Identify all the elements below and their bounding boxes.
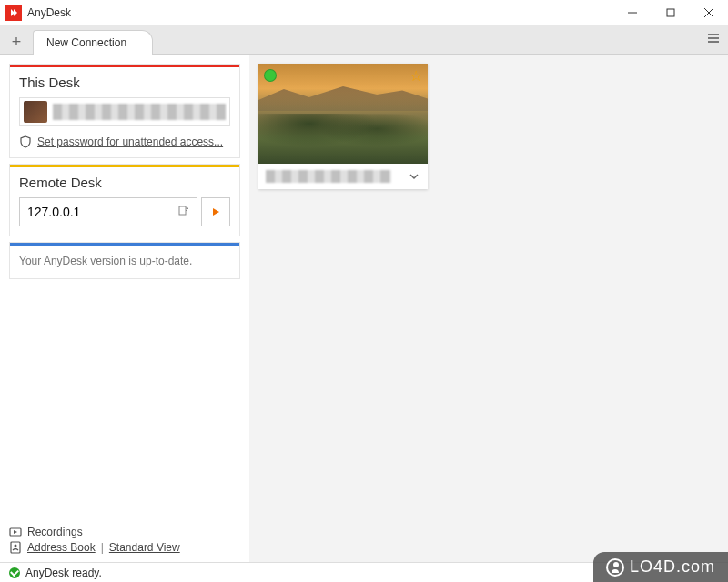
shield-icon bbox=[19, 135, 32, 148]
tab-new-connection[interactable]: New Connection bbox=[33, 30, 153, 55]
svg-rect-1 bbox=[667, 9, 674, 16]
close-button[interactable] bbox=[690, 0, 728, 25]
svg-rect-9 bbox=[11, 542, 20, 553]
new-tab-button[interactable]: + bbox=[4, 30, 29, 54]
hamburger-menu-button[interactable] bbox=[706, 31, 721, 48]
this-desk-id bbox=[53, 104, 226, 120]
address-book-icon bbox=[9, 541, 22, 554]
watermark-icon bbox=[606, 558, 624, 577]
paste-icon[interactable] bbox=[177, 205, 189, 220]
favorite-star-icon[interactable]: ☆ bbox=[410, 67, 422, 85]
watermark: LO4D.com bbox=[593, 552, 728, 582]
status-ok-icon bbox=[9, 567, 20, 578]
this-desk-panel: This Desk Set password for unattended ac… bbox=[9, 64, 240, 158]
tile-thumbnail: ☆ bbox=[258, 64, 428, 164]
set-password-row: Set password for unattended access... bbox=[19, 135, 230, 148]
address-book-link[interactable]: Address Book bbox=[27, 541, 96, 554]
recent-connections-area: ☆ bbox=[249, 55, 728, 562]
set-password-link[interactable]: Set password for unattended access... bbox=[37, 135, 223, 148]
bottom-links: Recordings Address Book | Standard View bbox=[9, 523, 240, 557]
remote-address-field[interactable] bbox=[19, 197, 197, 226]
separator: | bbox=[101, 541, 104, 554]
remote-desk-title: Remote Desk bbox=[19, 175, 230, 190]
this-desk-title: This Desk bbox=[19, 75, 230, 90]
recent-connection-tile[interactable]: ☆ bbox=[258, 64, 428, 189]
update-status-text: Your AnyDesk version is up-to-date. bbox=[19, 253, 230, 269]
connect-button[interactable] bbox=[201, 197, 230, 226]
maximize-button[interactable] bbox=[652, 0, 690, 25]
standard-view-link[interactable]: Standard View bbox=[109, 541, 180, 554]
app-title: AnyDesk bbox=[27, 6, 613, 19]
update-panel: Your AnyDesk version is up-to-date. bbox=[9, 242, 240, 279]
main-area: This Desk Set password for unattended ac… bbox=[0, 55, 728, 562]
remote-desk-panel: Remote Desk bbox=[9, 164, 240, 236]
recordings-link[interactable]: Recordings bbox=[27, 526, 83, 538]
window-controls bbox=[613, 0, 728, 25]
app-logo-icon bbox=[5, 5, 22, 21]
user-avatar-icon bbox=[24, 101, 47, 123]
tile-label bbox=[258, 170, 399, 183]
remote-address-input[interactable] bbox=[27, 205, 177, 219]
this-desk-address[interactable] bbox=[19, 97, 230, 126]
titlebar: AnyDesk bbox=[0, 0, 728, 25]
svg-point-10 bbox=[15, 545, 17, 547]
recordings-icon bbox=[9, 526, 22, 538]
sidebar: This Desk Set password for unattended ac… bbox=[0, 55, 249, 562]
svg-rect-7 bbox=[179, 206, 186, 215]
online-status-icon bbox=[264, 69, 277, 82]
tabbar: + New Connection bbox=[0, 25, 728, 55]
status-text: AnyDesk ready. bbox=[25, 567, 102, 579]
minimize-button[interactable] bbox=[613, 0, 652, 25]
tile-menu-button[interactable] bbox=[399, 164, 428, 189]
watermark-text: LO4D.com bbox=[630, 557, 715, 577]
